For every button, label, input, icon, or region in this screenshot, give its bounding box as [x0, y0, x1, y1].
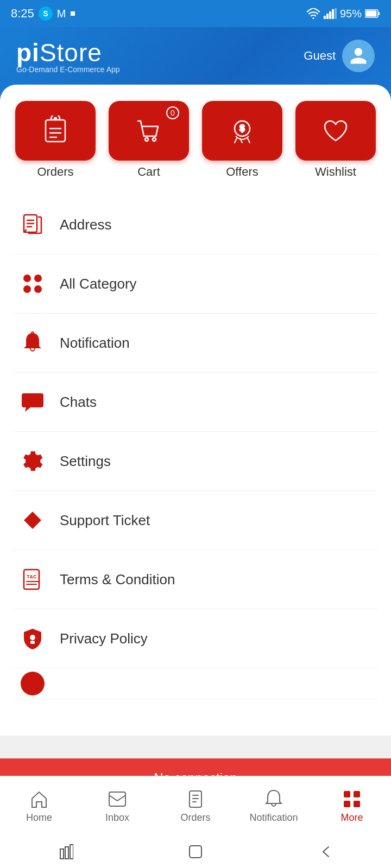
chat-icon: [18, 388, 47, 416]
quick-action-cart[interactable]: 0 Cart: [106, 101, 191, 179]
nav-item-more[interactable]: More: [313, 783, 391, 829]
svg-rect-9: [46, 120, 65, 142]
address-label: Address: [60, 216, 111, 233]
nav-item-inbox[interactable]: Inbox: [78, 783, 156, 829]
quick-action-wishlist[interactable]: Wishlist: [293, 101, 378, 179]
svg-text:$: $: [240, 124, 245, 133]
nav-item-notification[interactable]: Notification: [235, 783, 313, 829]
menu-item-address[interactable]: Address: [13, 195, 378, 254]
svg-point-17: [34, 275, 42, 282]
cart-label: Cart: [137, 165, 160, 179]
status-bar: 8:25 S M 95%: [0, 0, 391, 27]
back-button-icon: [318, 844, 334, 860]
wishlist-label: Wishlist: [315, 165, 356, 179]
svg-rect-31: [65, 847, 68, 859]
svg-rect-7: [378, 12, 380, 15]
battery-percentage: 95%: [340, 8, 362, 20]
notification-nav-label: Notification: [249, 812, 298, 824]
menu-list: Address All Category: [13, 195, 378, 699]
svg-point-10: [54, 118, 56, 120]
svg-rect-5: [335, 8, 337, 19]
android-nav-bar: [0, 835, 391, 868]
svg-rect-32: [70, 845, 73, 859]
bottom-nav: Home Inbox Orders Notification More: [0, 776, 391, 835]
svg-rect-26: [344, 791, 350, 797]
cart-badge: 0: [166, 106, 179, 119]
person-icon: [349, 46, 368, 66]
cart-icon: [134, 116, 164, 146]
privacy-label: Privacy Policy: [60, 630, 148, 647]
offers-label: Offers: [226, 165, 258, 179]
diamond-icon: [18, 506, 47, 534]
logo-area: piStore Go-Demand E-Commerce App: [16, 38, 120, 74]
guest-area[interactable]: Guest: [304, 40, 375, 72]
svg-point-18: [23, 285, 31, 293]
home-button-icon: [187, 844, 204, 860]
nav-item-orders[interactable]: Orders: [156, 783, 235, 829]
partial-icon: [18, 669, 47, 698]
svg-rect-27: [354, 791, 360, 797]
support-ticket-label: Support Ticket: [60, 512, 150, 529]
logo-subtitle: Go-Demand E-Commerce App: [16, 65, 120, 74]
status-left: 8:25 S M: [11, 7, 75, 21]
menu-item-notification[interactable]: Notification: [13, 314, 378, 373]
svg-rect-8: [366, 11, 377, 17]
address-icon: [18, 210, 47, 239]
gmail-icon: M: [57, 8, 66, 20]
nav-item-home[interactable]: Home: [0, 783, 78, 829]
orders-nav-icon: [185, 789, 206, 809]
inbox-nav-label: Inbox: [105, 812, 129, 824]
wishlist-button[interactable]: [295, 101, 376, 161]
skype-icon: S: [39, 7, 53, 21]
menu-item-all-category[interactable]: All Category: [13, 254, 378, 314]
battery-icon: [365, 9, 380, 18]
svg-rect-2: [326, 14, 329, 19]
terms-label: Terms & Condition: [60, 571, 175, 588]
recent-apps-button[interactable]: [57, 844, 73, 860]
settings-label: Settings: [60, 453, 111, 470]
shield-icon: [18, 624, 47, 653]
chats-label: Chats: [60, 394, 97, 411]
quick-action-offers[interactable]: $ Offers: [200, 101, 285, 179]
signal-icon: [324, 8, 337, 19]
home-button[interactable]: [187, 844, 204, 860]
orders-label: Orders: [37, 165, 73, 179]
svg-point-16: [23, 275, 31, 282]
menu-item-settings[interactable]: Settings: [13, 432, 378, 491]
svg-rect-23: [30, 641, 35, 644]
notification-label: Notification: [60, 335, 130, 352]
svg-point-19: [34, 285, 42, 293]
back-button[interactable]: [318, 844, 334, 860]
home-nav-icon: [29, 789, 49, 809]
inbox-nav-icon: [107, 789, 128, 809]
svg-rect-24: [109, 792, 125, 806]
app-logo: piStore: [16, 38, 120, 67]
svg-rect-29: [354, 801, 360, 807]
svg-text:T&C: T&C: [27, 574, 37, 579]
bell-nav-icon: [263, 789, 284, 809]
menu-item-terms[interactable]: T&C Terms & Condition: [13, 550, 378, 609]
wishlist-icon: [320, 116, 351, 146]
quick-action-orders[interactable]: Orders: [13, 101, 98, 179]
svg-rect-33: [190, 846, 201, 858]
orders-button[interactable]: [15, 101, 96, 161]
cart-button[interactable]: 0: [109, 101, 189, 161]
offers-button[interactable]: $: [202, 101, 282, 161]
guest-label: Guest: [304, 49, 336, 63]
menu-item-partial[interactable]: [13, 668, 378, 699]
offers-icon: $: [227, 116, 257, 146]
svg-rect-3: [329, 11, 331, 19]
recent-apps-icon: [57, 844, 73, 860]
svg-rect-4: [332, 9, 334, 19]
menu-item-support-ticket[interactable]: Support Ticket: [13, 491, 378, 550]
orders-icon: [40, 116, 71, 146]
home-nav-label: Home: [26, 812, 52, 824]
quick-actions-grid: Orders 0 Cart $: [13, 101, 378, 179]
grid-icon: [18, 270, 47, 298]
terms-icon: T&C: [18, 565, 47, 593]
menu-item-privacy[interactable]: Privacy Policy: [13, 609, 378, 668]
svg-point-0: [312, 17, 314, 19]
menu-item-chats[interactable]: Chats: [13, 373, 378, 432]
more-nav-icon: [342, 789, 362, 809]
user-avatar[interactable]: [342, 40, 375, 72]
